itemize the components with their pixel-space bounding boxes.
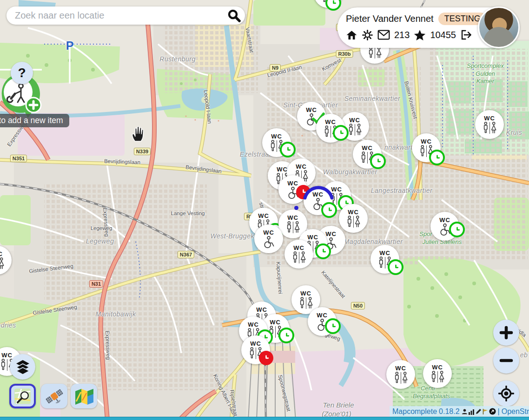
logout-button[interactable] xyxy=(460,29,472,41)
map-marker-toilet[interactable]: WC xyxy=(475,110,504,139)
man-woman-icon xyxy=(291,251,307,264)
zoom-out-button[interactable] xyxy=(493,348,519,374)
opening-hours-badge xyxy=(280,142,296,158)
marker-wc-label: WC xyxy=(0,251,3,257)
opening-hours-badge xyxy=(325,0,341,11)
messages-count: 213 xyxy=(394,30,410,40)
marker-wc-label: WC xyxy=(270,319,281,325)
man-woman-icon xyxy=(482,122,497,134)
opening-hours-badge xyxy=(278,328,294,343)
attribution-icons xyxy=(462,408,496,415)
circle-arrow-icon[interactable] xyxy=(489,408,496,415)
flag-icon[interactable] xyxy=(482,408,489,415)
marker-wc-label: WC xyxy=(325,119,336,125)
folded-map-icon xyxy=(74,387,94,405)
changesets-count: 10455 xyxy=(430,30,456,40)
mapcomplete-app: N376R30bN9N339N351N367N31N50R30 Brugge-S… xyxy=(0,0,529,420)
map-marker-toilet[interactable]: WC xyxy=(0,246,12,275)
marker-wc-label: WC xyxy=(395,365,406,371)
help-button[interactable]: ? xyxy=(11,62,33,84)
marker-wc-label: WC xyxy=(258,213,269,219)
house-icon xyxy=(346,29,357,41)
add-item-tooltip: re to add a new item xyxy=(0,114,69,127)
opening-hours-badge xyxy=(321,202,337,218)
mapcomplete-link[interactable]: Mapcomplete xyxy=(392,407,437,416)
background-satellite-button[interactable] xyxy=(41,384,67,408)
marker-wc-label: WC xyxy=(300,290,311,296)
messages-button[interactable] xyxy=(377,30,390,40)
user-name: Pieter Vander Vennet xyxy=(346,13,434,24)
opening-hours-badge xyxy=(315,243,331,259)
map-marker-toilet[interactable]: WC xyxy=(386,360,415,389)
brand-bottom-bar xyxy=(0,417,529,420)
crosshair-icon xyxy=(498,386,514,401)
osm-map-icon xyxy=(14,387,31,406)
opening-hours-badge xyxy=(429,150,445,165)
marker-wc-label: WC xyxy=(331,186,342,192)
background-osm-carto-button[interactable] xyxy=(9,384,36,408)
map-marker-toilet[interactable]: WC xyxy=(339,204,368,233)
marker-wc-label: WC xyxy=(307,234,318,240)
map-marker-toilet[interactable]: WC xyxy=(284,240,313,269)
marker-wc-label: WC xyxy=(287,180,298,186)
user-row: Pieter Vander Vennet TESTING xyxy=(346,13,487,25)
map-marker-toilet[interactable]: WC xyxy=(423,359,452,388)
opening-hours-badge xyxy=(259,351,273,365)
contributors-icon[interactable] xyxy=(462,408,468,415)
user-avatar[interactable] xyxy=(478,7,520,48)
edit-pencil-icon[interactable] xyxy=(475,408,482,415)
map-marker-toilet-wheelchair[interactable]: WC xyxy=(254,224,283,253)
marker-wc-label: WC xyxy=(484,115,495,121)
marker-wc-label: WC xyxy=(306,107,317,113)
home-button[interactable] xyxy=(346,29,357,41)
man-woman-icon xyxy=(0,257,5,270)
plus-icon xyxy=(499,326,513,340)
marker-wc-label: WC xyxy=(317,312,328,318)
opening-hours-badge xyxy=(388,259,403,275)
magnifier-icon xyxy=(227,8,242,23)
minus-icon xyxy=(499,354,513,368)
attribution-separator: | xyxy=(498,407,500,416)
marker-wc-label: WC xyxy=(362,145,373,151)
settings-button[interactable] xyxy=(362,29,373,41)
man-woman-icon xyxy=(367,46,383,59)
wheelchair-icon xyxy=(261,236,277,249)
help-label: ? xyxy=(18,66,26,80)
marker-wc-label: WC xyxy=(296,164,307,170)
exit-arrow-icon xyxy=(460,29,472,41)
statistics-icon[interactable] xyxy=(468,408,475,415)
marker-wc-label: WC xyxy=(421,138,432,144)
opening-hours-badge xyxy=(449,222,465,237)
zoom-in-button[interactable] xyxy=(493,320,519,346)
man-woman-icon xyxy=(285,221,301,234)
openstreetmap-link[interactable]: OpenStreetMap xyxy=(502,407,529,416)
opening-hours-badge xyxy=(370,153,386,169)
marker-wc-label: WC xyxy=(287,215,298,221)
attribution-bar: Mapcomplete 0.18.2 | OpenStreetMap xyxy=(390,406,529,417)
marker-wc-label: WC xyxy=(432,364,443,370)
changesets-button[interactable] xyxy=(414,29,426,41)
marker-wc-label: WC xyxy=(293,245,304,251)
man-woman-icon xyxy=(430,371,445,383)
opening-hours-badge xyxy=(325,318,341,334)
satellite-icon xyxy=(45,387,64,405)
marker-wc-label: WC xyxy=(348,209,359,215)
opening-hours-badge xyxy=(333,125,349,141)
locate-button[interactable] xyxy=(493,381,519,407)
search-button[interactable] xyxy=(224,7,245,25)
man-woman-icon xyxy=(346,216,361,228)
marker-wc-label: WC xyxy=(349,117,360,123)
map-marker-layer: WCWCWCWCWCWCWCWCWCWCWCWCWCWCWCWCWCWCWCWC… xyxy=(0,0,529,420)
man-woman-icon xyxy=(393,372,409,384)
man-woman-icon xyxy=(347,124,363,136)
search-bar xyxy=(7,7,245,25)
marker-wc-label: WC xyxy=(1,352,13,358)
envelope-icon xyxy=(377,30,390,40)
background-map-button[interactable] xyxy=(71,384,97,408)
star-icon xyxy=(414,29,426,41)
layers-button[interactable] xyxy=(10,354,35,380)
stacked-layers-icon xyxy=(15,360,30,374)
search-input[interactable] xyxy=(7,10,224,21)
marker-wc-label: WC xyxy=(263,230,274,236)
marker-wc-label: WC xyxy=(271,133,282,139)
